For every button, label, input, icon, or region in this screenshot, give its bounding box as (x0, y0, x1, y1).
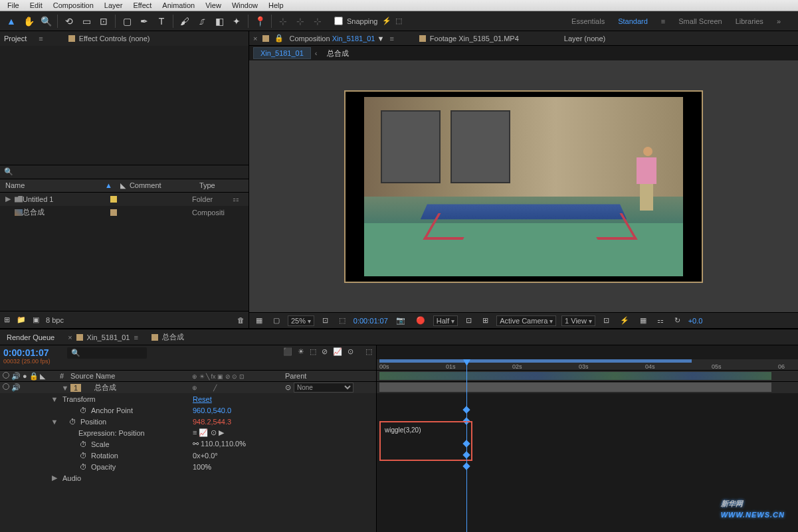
pixel-aspect-icon[interactable]: ⊡ (601, 316, 612, 325)
composition-viewer[interactable] (249, 60, 798, 312)
workspace-menu-icon[interactable]: ≡ (661, 17, 665, 25)
time-ruler[interactable]: 00s 01s 02s 03s 04s 05s 06 (377, 359, 798, 371)
rectangle-tool-icon[interactable]: ▢ (120, 14, 134, 29)
visibility-toggle-icon[interactable] (3, 383, 9, 390)
expr-graph-icon[interactable]: 📈 (199, 428, 208, 436)
expr-enable-icon[interactable]: ≡ (193, 428, 197, 436)
parent-dropdown[interactable]: None (294, 383, 353, 393)
axis-tool2-icon[interactable]: ⊹ (293, 14, 308, 29)
eraser-tool-icon[interactable]: ◧ (212, 14, 227, 29)
layer-name[interactable]: 总合成 (92, 383, 192, 393)
tab-timeline-1[interactable]: Xin_5181_01 (87, 333, 130, 341)
time-navigator[interactable] (377, 371, 798, 382)
mask-icon[interactable]: ▢ (270, 316, 282, 325)
col-source-name[interactable]: Source Name (70, 372, 192, 380)
tab-layer[interactable]: Layer (none) (564, 35, 605, 43)
viewer-timecode[interactable]: 0:00:01:07 (353, 317, 388, 325)
menu-view[interactable]: View (200, 1, 227, 9)
work-area-bar[interactable] (379, 359, 692, 363)
transparency-icon[interactable]: ⬚ (336, 316, 348, 325)
close-tab-icon[interactable]: × (253, 35, 257, 43)
menu-edit[interactable]: Edit (25, 1, 48, 9)
opacity-value[interactable]: 100 (193, 463, 205, 471)
workspace-more-icon[interactable]: » (777, 17, 781, 25)
col-parent[interactable]: Parent (285, 372, 376, 380)
stopwatch-icon[interactable]: ⏱ (80, 440, 87, 448)
snap-opt-icon[interactable]: ⚡ (382, 17, 391, 25)
menu-animation[interactable]: Animation (157, 1, 200, 9)
col-name[interactable]: Name (5, 181, 105, 189)
tab-render-queue[interactable]: Render Queue (7, 333, 54, 341)
col-type[interactable]: Type (199, 181, 243, 189)
project-row[interactable]: ▶ Untitled 1 Folder ⚏ (0, 193, 249, 206)
expand-icon[interactable]: ▼ (49, 418, 60, 426)
property-row[interactable]: ⏱Opacity 100% (0, 461, 376, 472)
workspace-standard[interactable]: Standard (618, 17, 648, 25)
timeline-search-input[interactable]: 🔍 (67, 347, 147, 359)
property-row[interactable]: ⏱Scale ⚯ 110.0,110.0% (0, 438, 376, 450)
expand-icon[interactable]: ▼ (49, 395, 60, 403)
project-panel-menu-icon[interactable]: ≡ (39, 35, 43, 43)
stopwatch-icon[interactable]: ⏱ (80, 463, 87, 471)
pan-behind-tool-icon[interactable]: ⊡ (96, 14, 111, 29)
stopwatch-icon[interactable]: ⏱ (69, 418, 76, 426)
draft3d-icon[interactable]: ☀ (298, 347, 304, 356)
expression-row[interactable]: Expression: Position ≡ 📈 ⊙ ▶ (0, 427, 376, 438)
camera-tool-icon[interactable]: ▭ (79, 14, 94, 29)
fast-preview-icon[interactable]: ⚡ (617, 316, 632, 325)
scale-value[interactable]: 110.0,110.0 (201, 440, 239, 448)
frame-blend-icon[interactable]: ⬚ (310, 347, 316, 356)
audio-toggle-icon[interactable]: 🔊 (11, 383, 21, 392)
layer-expand-icon[interactable]: ▼ (60, 384, 70, 392)
menu-window[interactable]: Window (227, 1, 263, 9)
expand-icon[interactable]: ▶ (49, 474, 60, 482)
layer-row[interactable]: 🔊 ▼ 1 总合成 ⊕╱ ⊙None (0, 382, 376, 393)
workspace-essentials[interactable]: Essentials (571, 17, 605, 25)
delete-icon[interactable]: 🗑 (237, 316, 245, 324)
puppet-tool-icon[interactable]: 📍 (252, 14, 267, 29)
expression-field[interactable]: wiggle(3,20) (379, 421, 472, 461)
tab-timeline-2[interactable]: 总合成 (162, 332, 184, 342)
playhead[interactable] (466, 359, 467, 532)
timeline-icon[interactable]: ▦ (637, 316, 649, 325)
flowchart-icon[interactable]: ⚏ (654, 316, 666, 325)
snapping-checkbox[interactable] (334, 17, 343, 25)
constrain-icon[interactable]: ⚯ (193, 440, 199, 448)
orbit-tool-icon[interactable]: ⟲ (62, 14, 76, 29)
stopwatch-icon[interactable]: ⏱ (80, 452, 87, 460)
motion-blur-icon[interactable]: ⊘ (322, 347, 328, 356)
menu-composition[interactable]: Composition (48, 1, 99, 9)
lock-icon[interactable]: 🔒 (274, 34, 284, 43)
roi-icon[interactable]: ⊡ (463, 316, 474, 325)
shy-icon[interactable]: ⬚ (365, 347, 372, 356)
position-value[interactable]: 948.2,544.3 (193, 418, 376, 426)
expr-pickwhip-icon[interactable]: ⊙ (211, 428, 217, 436)
workspace-libraries[interactable]: Libraries (736, 17, 763, 25)
pickwhip-icon[interactable]: ⊙ (285, 383, 291, 392)
selection-tool-icon[interactable]: ▲ (4, 14, 19, 29)
snapshot-icon[interactable]: 📷 (393, 316, 408, 325)
comp-mini-icon[interactable]: ⬛ (283, 347, 292, 356)
col-label[interactable]: ◣ (116, 181, 130, 190)
expr-menu-icon[interactable]: ▶ (219, 428, 224, 436)
tab-composition[interactable]: Composition Xin_5181_01 ▼ (289, 35, 384, 43)
camera-dropdown[interactable]: Active Camera ▾ (496, 315, 556, 326)
tab-menu-icon[interactable]: ≡ (134, 333, 138, 341)
hand-tool-icon[interactable]: ✋ (21, 14, 36, 29)
workspace-small-screen[interactable]: Small Screen (678, 17, 722, 25)
axis-tool3-icon[interactable]: ⊹ (310, 14, 325, 29)
project-search-icon[interactable]: 🔍 (4, 167, 13, 176)
item-label-icon[interactable] (110, 209, 117, 216)
new-folder-icon[interactable]: 📁 (17, 315, 26, 324)
rotation-x-value[interactable]: 0x (193, 452, 201, 460)
project-tab[interactable]: Project (4, 35, 27, 43)
anchor-value[interactable]: 960.0,540.0 (193, 406, 376, 414)
project-row[interactable]: 总合成 Compositi (0, 206, 249, 219)
menu-layer[interactable]: Layer (99, 1, 128, 9)
channel-icon[interactable]: 🔴 (413, 316, 428, 325)
property-row[interactable]: ⏱Anchor Point 960.0,540.0 (0, 404, 376, 416)
type-tool-icon[interactable]: T (154, 14, 169, 29)
zoom-tool-icon[interactable]: 🔍 (39, 14, 53, 29)
layer-bar[interactable] (379, 383, 771, 392)
reset-link[interactable]: Reset (193, 395, 212, 403)
